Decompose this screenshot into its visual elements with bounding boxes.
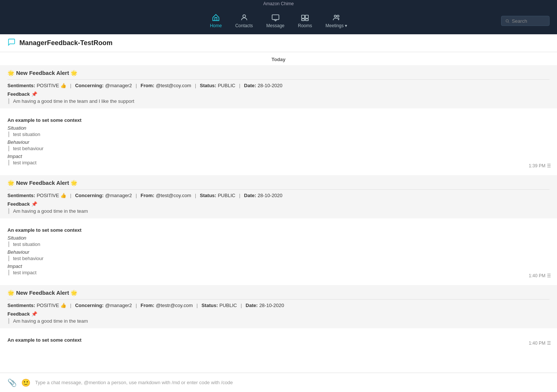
- feedback-quote-2: Am having a good time in the team: [8, 208, 550, 214]
- timestamp-3: 1:40 PM ☰: [529, 341, 551, 346]
- rooms-icon: [301, 13, 309, 22]
- room-title: ManagerFeedback-TestRoom: [19, 39, 113, 47]
- nav-meetings-label: Meetings ▾: [325, 23, 347, 28]
- date-divider: Today: [0, 52, 557, 65]
- contacts-icon: [240, 13, 248, 22]
- context-block-2: An example to set some context Situation…: [0, 219, 557, 282]
- svg-rect-1: [272, 15, 278, 20]
- meta-row-3: Sentiments: POSITIVE 👍 | Concerning: @ma…: [7, 303, 550, 308]
- nav-rooms-label: Rooms: [298, 23, 312, 28]
- nav-item-meetings[interactable]: Meetings ▾: [325, 13, 347, 28]
- nav-item-home[interactable]: Home: [210, 13, 222, 28]
- nav-items: Home Contacts Message Rooms: [210, 13, 347, 28]
- svg-rect-4: [302, 19, 305, 21]
- emoji-icon[interactable]: 🙂: [21, 378, 31, 387]
- svg-point-8: [506, 19, 509, 22]
- nav-home-label: Home: [210, 23, 222, 28]
- context-title-3: An example to set some context: [7, 337, 550, 343]
- meta-row-1: Sentiments: POSITIVE 👍 | Concerning: @ma…: [7, 83, 550, 88]
- svg-point-6: [334, 15, 337, 18]
- nav-item-contacts[interactable]: Contacts: [235, 13, 253, 28]
- context-title-2: An example to set some context: [7, 227, 550, 233]
- context-block-1: An example to set some context Situation…: [0, 109, 557, 172]
- message-block-1: 🌟 New Feedback Alert 🌟 Sentiments: POSIT…: [0, 65, 557, 108]
- svg-rect-2: [302, 15, 305, 18]
- chat-area[interactable]: Today 🌟 New Feedback Alert 🌟 Sentiments:…: [0, 52, 557, 373]
- search-icon: [505, 18, 510, 23]
- timestamp-1: 1:39 PM ☰: [529, 163, 551, 168]
- nav-item-message[interactable]: Message: [266, 13, 284, 28]
- feedback-label-1: Feedback 📌: [7, 91, 550, 97]
- alert-title-2: 🌟 New Feedback Alert 🌟: [7, 180, 550, 186]
- meetings-icon: [332, 13, 340, 22]
- svg-line-9: [508, 22, 509, 23]
- room-icon: [7, 38, 16, 48]
- attach-icon[interactable]: 📎: [7, 378, 17, 387]
- feedback-label-2: Feedback 📌: [7, 201, 550, 207]
- timestamp-2: 1:40 PM ☰: [529, 273, 551, 278]
- context-title-1: An example to set some context: [7, 117, 550, 123]
- feedback-label-3: Feedback 📌: [7, 311, 550, 317]
- chat-input[interactable]: [35, 380, 550, 385]
- nav-message-label: Message: [266, 23, 284, 28]
- svg-point-7: [337, 15, 339, 18]
- title-bar: Amazon Chime: [0, 0, 557, 7]
- nav-search: [501, 16, 550, 26]
- home-icon: [212, 13, 220, 22]
- alert-title-3: 🌟 New Feedback Alert 🌟: [7, 290, 550, 296]
- search-input[interactable]: [512, 18, 545, 24]
- chat-input-bar: 📎 🙂: [0, 373, 557, 392]
- alert-title-1: 🌟 New Feedback Alert 🌟: [7, 70, 550, 76]
- room-header: ManagerFeedback-TestRoom: [0, 34, 557, 52]
- message-block-2: 🌟 New Feedback Alert 🌟 Sentiments: POSIT…: [0, 175, 557, 218]
- svg-rect-5: [305, 19, 308, 21]
- svg-rect-3: [305, 15, 308, 18]
- svg-point-0: [243, 15, 245, 18]
- feedback-quote-1: Am having a good time in the team and I …: [8, 98, 550, 104]
- feedback-quote-3: Am having a good time in the team: [8, 318, 550, 324]
- nav-item-rooms[interactable]: Rooms: [298, 13, 312, 28]
- search-box[interactable]: [501, 16, 550, 26]
- message-icon: [271, 13, 280, 22]
- app-title: Amazon Chime: [263, 1, 294, 6]
- nav-bar: Home Contacts Message Rooms: [0, 7, 557, 34]
- message-block-3: 🌟 New Feedback Alert 🌟 Sentiments: POSIT…: [0, 285, 557, 328]
- nav-contacts-label: Contacts: [235, 23, 253, 28]
- context-block-3: An example to set some context 1:40 PM ☰: [0, 329, 557, 350]
- meta-row-2: Sentiments: POSITIVE 👍 | Concerning: @ma…: [7, 193, 550, 198]
